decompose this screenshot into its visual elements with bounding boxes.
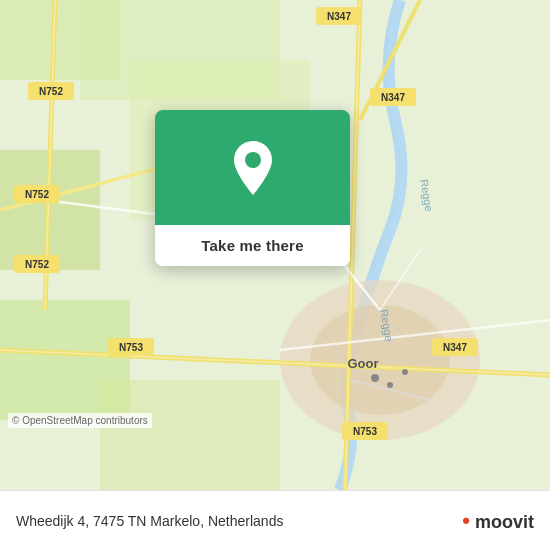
svg-text:N347: N347 <box>381 92 405 103</box>
svg-point-44 <box>402 369 408 375</box>
svg-text:N753: N753 <box>119 342 143 353</box>
popup-card: Take me there <box>155 110 350 266</box>
svg-text:N752: N752 <box>39 86 63 97</box>
svg-text:N752: N752 <box>25 189 49 200</box>
svg-text:N347: N347 <box>327 11 351 22</box>
footer-address: Wheedijk 4, 7475 TN Markelo, Netherlands <box>16 513 283 529</box>
moovit-brand-text: • moovit <box>462 508 534 534</box>
moovit-dot: • <box>462 508 470 533</box>
svg-point-45 <box>245 152 261 168</box>
location-pin-icon <box>229 140 277 196</box>
copyright-text: © OpenStreetMap contributors <box>8 413 152 428</box>
svg-text:Goor: Goor <box>347 356 378 371</box>
footer-bar: Wheedijk 4, 7475 TN Markelo, Netherlands… <box>0 490 550 550</box>
svg-text:N347: N347 <box>443 342 467 353</box>
svg-point-42 <box>371 374 379 382</box>
svg-point-43 <box>387 382 393 388</box>
map-container: N752 N752 N752 N347 N347 N347 N753 N753 … <box>0 0 550 490</box>
svg-text:N752: N752 <box>25 259 49 270</box>
svg-text:N753: N753 <box>353 426 377 437</box>
take-me-there-label: Take me there <box>201 237 303 254</box>
popup-green-area <box>155 110 350 225</box>
svg-rect-6 <box>100 380 280 490</box>
moovit-logo: • moovit <box>462 508 534 534</box>
popup-button-area[interactable]: Take me there <box>155 225 350 266</box>
